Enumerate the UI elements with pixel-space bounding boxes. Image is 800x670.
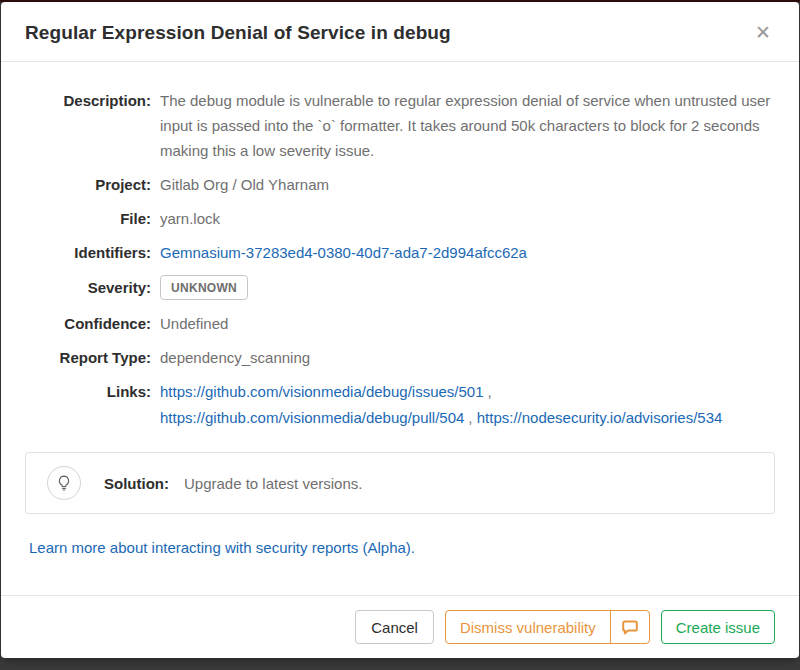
- field-label: Report Type:: [25, 345, 151, 370]
- field-value: Gitlab Org / Old Yharnam: [160, 172, 329, 197]
- field-value: Undefined: [160, 311, 228, 336]
- solution-label: Solution:: [104, 475, 169, 492]
- dismiss-vulnerability-button[interactable]: Dismiss vulnerability: [445, 610, 650, 644]
- modal-title: Regular Expression Denial of Service in …: [25, 22, 451, 44]
- solution-box: Solution: Upgrade to latest versions.: [25, 452, 775, 514]
- field-report-type: Report Type: dependency_scanning: [25, 345, 775, 370]
- field-identifiers: Identifiers: Gemnasium-37283ed4-0380-40d…: [25, 240, 775, 265]
- field-label: Confidence:: [25, 311, 151, 336]
- identifier-link[interactable]: Gemnasium-37283ed4-0380-40d7-ada7-2d994a…: [160, 244, 527, 261]
- field-description: Description: The debug module is vulnera…: [25, 88, 775, 163]
- field-label: File:: [25, 206, 151, 231]
- field-value: yarn.lock: [160, 206, 220, 231]
- solution-value: Upgrade to latest versions.: [184, 475, 362, 492]
- severity-badge: UNKNOWN: [160, 275, 248, 300]
- modal-body: Description: The debug module is vulnera…: [1, 62, 799, 595]
- field-severity: Severity: UNKNOWN: [25, 274, 775, 300]
- field-links: Links: https://github.com/visionmedia/de…: [25, 379, 775, 431]
- modal-footer: Cancel Dismiss vulnerability Create issu…: [1, 595, 799, 658]
- vulnerability-link[interactable]: https://github.com/visionmedia/debug/iss…: [160, 383, 484, 400]
- vulnerability-link[interactable]: https://nodesecurity.io/advisories/534: [477, 409, 723, 426]
- field-label: Links:: [25, 379, 151, 431]
- vulnerability-link[interactable]: https://github.com/visionmedia/debug/pul…: [160, 409, 464, 426]
- field-project: Project: Gitlab Org / Old Yharnam: [25, 172, 775, 197]
- field-label: Description:: [25, 88, 151, 163]
- lightbulb-icon: [47, 466, 81, 500]
- close-icon[interactable]: ✕: [751, 21, 775, 44]
- comment-icon[interactable]: [611, 620, 649, 635]
- field-file: File: yarn.lock: [25, 206, 775, 231]
- create-issue-button[interactable]: Create issue: [661, 610, 775, 644]
- learn-more-link[interactable]: Learn more about interacting with securi…: [29, 539, 415, 556]
- field-label: Identifiers:: [25, 240, 151, 265]
- modal-header: Regular Expression Denial of Service in …: [1, 2, 799, 62]
- field-label: Severity:: [25, 275, 151, 300]
- link-separator: ,: [468, 409, 472, 426]
- field-label: Project:: [25, 172, 151, 197]
- cancel-button[interactable]: Cancel: [355, 610, 434, 644]
- vulnerability-modal: Regular Expression Denial of Service in …: [1, 2, 799, 658]
- field-value: dependency_scanning: [160, 345, 310, 370]
- dismiss-button-label[interactable]: Dismiss vulnerability: [446, 619, 610, 636]
- field-value: The debug module is vulnerable to regula…: [160, 88, 775, 163]
- link-separator: ,: [488, 383, 492, 400]
- field-confidence: Confidence: Undefined: [25, 311, 775, 336]
